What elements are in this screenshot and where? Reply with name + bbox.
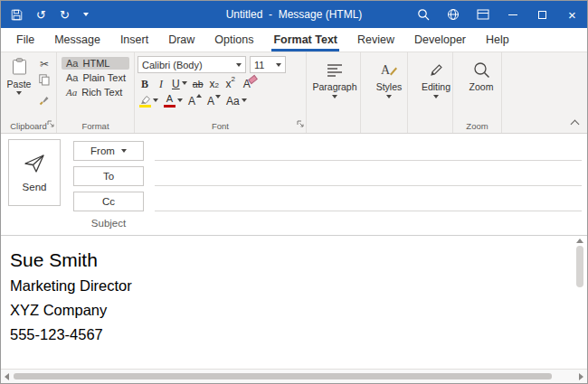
- format-plain-text-button[interactable]: Aa Plain Text: [62, 71, 129, 84]
- zoom-button[interactable]: Zoom: [456, 56, 507, 92]
- font-name-dropdown-icon[interactable]: [236, 63, 242, 67]
- horizontal-scroll-track[interactable]: [14, 373, 574, 379]
- bold-button[interactable]: B: [138, 76, 152, 90]
- styles-icon: A: [381, 61, 398, 79]
- from-dropdown-icon[interactable]: [121, 149, 127, 153]
- styles-group: A Styles: [361, 52, 408, 133]
- paste-icon: [12, 58, 27, 77]
- font-color-icon: A: [164, 93, 175, 108]
- underline-dropdown-icon[interactable]: [182, 81, 187, 85]
- italic-button[interactable]: I: [154, 76, 168, 90]
- paragraph-dropdown-icon[interactable]: [332, 95, 337, 98]
- message-body[interactable]: Sue Smith Marketing Director XYZ Company…: [1, 236, 587, 369]
- to-button[interactable]: To: [73, 166, 144, 186]
- from-button[interactable]: From: [73, 141, 144, 161]
- scroll-up-icon[interactable]: [576, 239, 583, 243]
- tab-file[interactable]: File: [6, 28, 44, 52]
- font-group: Calibri (Body) 11 B I U ab x2 x2 A: [135, 52, 307, 133]
- send-button[interactable]: Send: [8, 139, 61, 206]
- font-name-combobox[interactable]: Calibri (Body): [138, 56, 246, 73]
- zoom-icon: [473, 61, 490, 79]
- cc-button[interactable]: Cc: [73, 192, 144, 211]
- font-size-combobox[interactable]: 11: [250, 56, 286, 73]
- text-highlight-color-button[interactable]: [138, 93, 160, 108]
- to-field[interactable]: [155, 185, 582, 186]
- subscript-button[interactable]: x2: [207, 76, 222, 90]
- paste-label: Paste: [7, 79, 32, 89]
- superscript-button[interactable]: x2: [223, 76, 238, 90]
- highlight-dropdown-icon[interactable]: [153, 98, 158, 102]
- clipboard-dialog-launcher-icon[interactable]: [47, 115, 54, 131]
- ribbon: Paste ✂ Clipboard: [1, 52, 587, 134]
- tab-developer[interactable]: Developer: [404, 28, 476, 52]
- ribbon-display-options-icon[interactable]: [468, 1, 498, 28]
- strikethrough-button[interactable]: ab: [191, 76, 205, 90]
- paste-dropdown-icon[interactable]: [16, 91, 22, 95]
- scroll-right-icon[interactable]: [579, 373, 583, 380]
- save-icon[interactable]: [11, 9, 23, 21]
- signature-phone: 555-123-4567: [10, 323, 569, 347]
- styles-dropdown-icon[interactable]: [386, 95, 392, 98]
- format-rich-text-button[interactable]: Aa Rich Text: [62, 86, 129, 98]
- scroll-left-icon[interactable]: [5, 373, 9, 380]
- cc-field[interactable]: [155, 211, 582, 211]
- vertical-scrollbar[interactable]: [574, 239, 585, 366]
- globe-icon[interactable]: [438, 1, 468, 28]
- styles-button[interactable]: A Styles: [364, 56, 414, 98]
- redo-icon[interactable]: ↻: [60, 9, 70, 21]
- tab-draw[interactable]: Draw: [158, 28, 204, 52]
- tab-help[interactable]: Help: [476, 28, 519, 52]
- title-bar: ↺ ↻ Untitled - Message (HTML) ×: [1, 1, 587, 28]
- subject-label: Subject: [73, 218, 144, 229]
- paragraph-button[interactable]: Paragraph: [309, 56, 360, 98]
- editing-icon: [430, 61, 443, 79]
- horizontal-scrollbar[interactable]: [1, 369, 587, 383]
- close-button[interactable]: ×: [557, 1, 587, 28]
- zoom-group: Zoom Zoom: [453, 52, 502, 133]
- outlook-message-window: ↺ ↻ Untitled - Message (HTML) × File Mes…: [0, 0, 588, 384]
- undo-icon[interactable]: ↺: [36, 9, 46, 21]
- signature-company: XYZ Company: [10, 298, 569, 323]
- copy-icon[interactable]: [39, 73, 50, 89]
- clear-formatting-button[interactable]: A: [240, 76, 254, 90]
- format-painter-icon[interactable]: [39, 93, 50, 109]
- vertical-scroll-thumb[interactable]: [576, 246, 583, 287]
- send-icon: [24, 154, 45, 177]
- highlighter-icon: [139, 93, 151, 108]
- change-case-dropdown-icon[interactable]: [242, 98, 247, 102]
- shrink-font-button[interactable]: A: [205, 93, 223, 108]
- font-size-dropdown-icon[interactable]: [276, 63, 281, 67]
- tab-format-text[interactable]: Format Text: [263, 28, 347, 52]
- underline-button[interactable]: U: [170, 76, 189, 90]
- change-case-button[interactable]: Aa: [224, 93, 249, 108]
- minimize-button[interactable]: [498, 1, 527, 28]
- font-dialog-launcher-icon[interactable]: [297, 115, 304, 131]
- editing-dropdown-icon[interactable]: [433, 95, 439, 98]
- font-color-button[interactable]: A: [162, 93, 185, 108]
- search-icon[interactable]: [408, 1, 438, 28]
- signature-name: Sue Smith: [10, 247, 569, 274]
- window-controls: ×: [408, 1, 587, 28]
- grow-font-arrow-icon: [196, 94, 202, 98]
- font-group-label: Font: [212, 121, 229, 131]
- maximize-button[interactable]: [527, 1, 557, 28]
- paste-button[interactable]: Paste: [4, 56, 34, 109]
- tab-options[interactable]: Options: [204, 28, 263, 52]
- tab-insert[interactable]: Insert: [110, 28, 158, 52]
- font-color-dropdown-icon[interactable]: [177, 98, 183, 102]
- ribbon-tab-bar: File Message Insert Draw Options Format …: [1, 28, 587, 52]
- clipboard-group-label: Clipboard: [10, 121, 47, 131]
- tab-message[interactable]: Message: [44, 28, 110, 52]
- svg-text:A: A: [381, 63, 391, 77]
- quick-access-toolbar: ↺ ↻: [1, 9, 89, 21]
- shrink-font-arrow-icon: [215, 95, 221, 98]
- tab-review[interactable]: Review: [347, 28, 404, 52]
- message-header: Send From To Cc Subject: [1, 134, 587, 236]
- customize-quick-access-icon[interactable]: [83, 13, 89, 16]
- paragraph-group: Paragraph: [307, 52, 361, 133]
- format-html-button[interactable]: Aa HTML: [62, 57, 129, 70]
- from-field[interactable]: [155, 160, 582, 161]
- cut-icon[interactable]: ✂: [40, 59, 49, 70]
- horizontal-scroll-thumb[interactable]: [14, 373, 552, 379]
- grow-font-button[interactable]: A: [186, 93, 204, 108]
